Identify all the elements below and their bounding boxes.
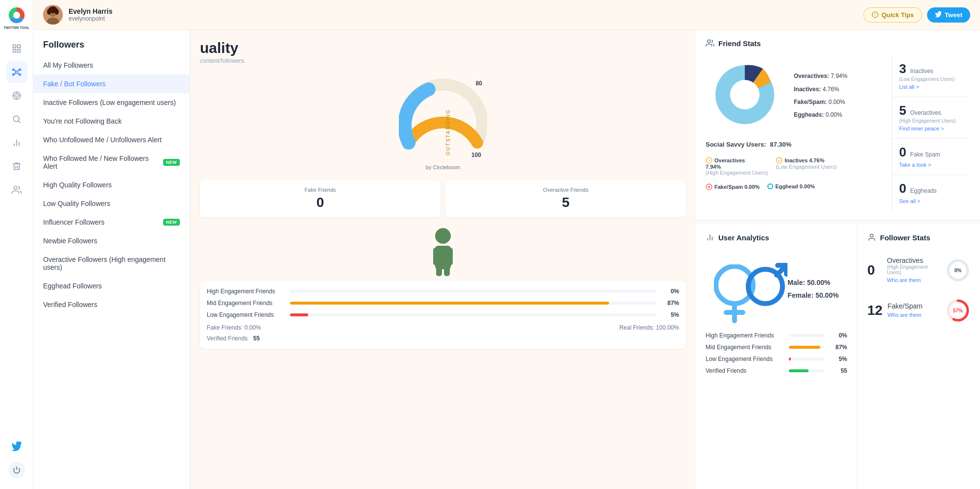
- who-are-them-link-2[interactable]: Who are them: [887, 312, 921, 318]
- svg-rect-4: [13, 49, 16, 52]
- mid-engagement-label: Mid Engagement Friends: [207, 300, 285, 307]
- quick-tips-label: Quick Tips: [882, 11, 914, 19]
- sidebar-item-verified[interactable]: Verified Followers: [33, 295, 190, 314]
- take-a-look-link[interactable]: Take a look >: [899, 162, 931, 168]
- fs-sidebar-stats: 3 Inactives (Low Engagement Users) List …: [892, 55, 970, 211]
- sidebar-item-newbie[interactable]: Newbie Followers: [33, 232, 190, 250]
- nav-icon-target[interactable]: [6, 85, 27, 106]
- quick-tips-button[interactable]: Quick Tips: [863, 7, 922, 23]
- svg-point-26: [14, 186, 17, 189]
- metric-fakespam: Fake/Spam 0.00%: [706, 183, 760, 190]
- sidebar-label-low-quality: Low Quality Followers: [43, 200, 110, 207]
- svg-point-43: [708, 40, 710, 43]
- svg-point-16: [15, 94, 18, 97]
- user-info: Evelyn Harris evelynonpoint: [69, 7, 858, 22]
- svg-point-37: [435, 228, 451, 244]
- engagement-bars: High Engagement Friends 0% Mid Engagemen…: [706, 332, 847, 374]
- svg-line-22: [18, 121, 20, 123]
- main-panel: uality content/followers. OUTSTANDIN: [190, 30, 696, 489]
- svg-point-45: [730, 80, 760, 109]
- svg-point-10: [19, 74, 21, 75]
- svg-line-13: [14, 73, 16, 74]
- user-name: Evelyn Harris: [69, 7, 858, 15]
- sidebar-label-egghead: Egghead Followers: [43, 282, 102, 290]
- metric-inactives: Inactives 4.76% (Low Engagement Users): [776, 157, 837, 176]
- follower-stat-overactives: 0 Overactives (High Engagement Users) Wh…: [867, 250, 970, 291]
- legend-overactives: Overactives: 7.94%: [794, 70, 847, 82]
- nav-icon-network[interactable]: [6, 61, 27, 83]
- sidebar-item-who-followed[interactable]: Who Followed Me / New Followers Alert NE…: [33, 149, 190, 176]
- friend-stats-section: Friend Stats: [696, 30, 980, 220]
- tweet-label: Tweet: [945, 11, 962, 19]
- nav-icon-chart[interactable]: [6, 132, 27, 154]
- bottom-panels: User Analytics: [696, 224, 980, 489]
- who-are-them-link-1[interactable]: Who are them: [887, 277, 921, 283]
- sidebar-title: Followers: [33, 40, 190, 56]
- sidebar-item-low-quality[interactable]: Low Quality Followers: [33, 194, 190, 213]
- sidebar-item-fake-bot[interactable]: Fake / Bot Followers: [33, 75, 190, 93]
- svg-rect-41: [436, 266, 442, 276]
- sidebar-label-all-followers: All My Followers: [43, 61, 93, 69]
- svg-rect-42: [444, 266, 450, 276]
- sidebar-item-influencer[interactable]: Influencer Followers NEW: [33, 213, 190, 232]
- user-avatar: [43, 5, 63, 25]
- svg-point-63: [870, 234, 873, 237]
- nav-icon-users[interactable]: [6, 179, 27, 201]
- sidebar-label-fake-bot: Fake / Bot Followers: [43, 80, 106, 88]
- verified-friends-label: Verified Friends: [207, 335, 247, 342]
- sidebar-label-influencer: Influencer Followers: [43, 218, 104, 226]
- metric-egghead: Egghead 0.00%: [767, 183, 815, 190]
- sidebar-label-high-quality: High Quality Followers: [43, 181, 112, 189]
- left-navigation: TWITTER TOOL: [0, 0, 33, 489]
- tweet-button[interactable]: Tweet: [927, 7, 970, 23]
- svg-point-7: [12, 69, 14, 70]
- nav-icon-search[interactable]: [6, 108, 27, 130]
- nav-icon-trash[interactable]: [6, 155, 27, 177]
- nav-power-button[interactable]: [8, 462, 25, 478]
- high-engagement-label: High Engagement Friends: [207, 288, 285, 295]
- svg-point-32: [47, 9, 51, 15]
- see-all-link[interactable]: See all >: [899, 198, 920, 204]
- svg-rect-2: [13, 45, 16, 48]
- legend-inactives: Inactives: 4.76%: [794, 83, 847, 96]
- badge-new-who-followed: NEW: [163, 159, 180, 166]
- panel-title: uality: [200, 40, 686, 56]
- nav-icon-dashboard[interactable]: [6, 38, 27, 59]
- badge-new-influencer: NEW: [163, 219, 180, 226]
- sidebar-item-high-quality[interactable]: High Quality Followers: [33, 176, 190, 194]
- sidebar-item-all-followers[interactable]: All My Followers: [33, 56, 190, 75]
- sidebar-label-who-followed: Who Followed Me / New Followers Alert: [43, 154, 159, 170]
- sidebar-item-who-unfollowed[interactable]: Who Unfollowed Me / Unfollowers Alert: [33, 130, 190, 149]
- list-all-link[interactable]: List all >: [899, 84, 919, 90]
- sidebar-item-egghead[interactable]: Egghead Followers: [33, 277, 190, 295]
- card-inactives: 3 Inactives (Low Engagement Users) List …: [892, 55, 970, 97]
- sidebar-label-overactive: Overactive Followers (High engagement us…: [43, 256, 180, 271]
- friend-stats-title: Friend Stats: [718, 39, 761, 48]
- svg-line-11: [14, 70, 16, 71]
- svg-rect-3: [17, 45, 20, 48]
- svg-line-12: [17, 70, 19, 71]
- sidebar-label-who-unfollowed: Who Unfollowed Me / Unfollowers Alert: [43, 136, 162, 144]
- panel-subtitle: content/followers.: [200, 57, 686, 64]
- card-overactives: 5 Overactives (High Engagement Users) Fi…: [892, 97, 970, 139]
- overactive-friends-card: Overactive Friends 5: [445, 180, 686, 217]
- sidebar-item-overactive[interactable]: Overactive Followers (High engagement us…: [33, 250, 190, 277]
- svg-line-14: [17, 73, 19, 74]
- legend-eggheads: Eggheads: 0.00%: [794, 108, 847, 121]
- svg-point-1: [13, 12, 20, 19]
- sidebar-label-newbie: Newbie Followers: [43, 237, 97, 245]
- sidebar-label-verified: Verified Followers: [43, 301, 98, 309]
- sidebar-label-not-following-back: You're not Following Back: [43, 117, 122, 125]
- app-logo: TWITTER TOOL: [3, 6, 29, 30]
- female-label: Female: 50.00%: [787, 291, 838, 299]
- low-engagement-label: Low Engagement Friends: [207, 311, 285, 318]
- nav-icon-twitter[interactable]: [6, 436, 27, 458]
- follower-stats-title: Follower Stats: [880, 233, 931, 242]
- find-inner-peace-link[interactable]: Find inner peace >: [899, 126, 944, 131]
- sidebar-item-not-following-back[interactable]: You're not Following Back: [33, 112, 190, 130]
- social-savvy-label: Social Savvy Users: 87.30%: [706, 141, 892, 148]
- follower-stat-fakespam: 12 Fake/Spam Who are them 57%: [867, 291, 970, 330]
- sidebar-item-inactive[interactable]: Inactive Followers (Low engagement users…: [33, 93, 190, 112]
- gender-icons: [714, 259, 773, 318]
- legend-fakespam: Fake/Spam: 0.00%: [794, 96, 847, 108]
